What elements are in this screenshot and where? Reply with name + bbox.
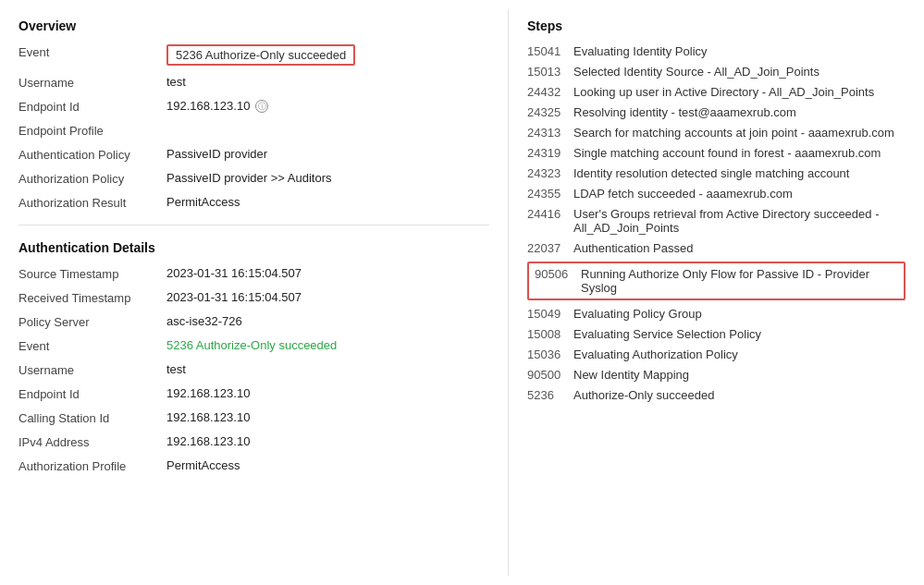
overview-title: Overview — [18, 18, 489, 33]
step-code: 24319 — [527, 146, 573, 160]
endpoint-id-text: 192.168.123.10 — [166, 99, 250, 113]
field-row-endpoint-id: Endpoint Id 192.168.123.10 ⓘ — [18, 99, 489, 114]
field-row-auth-policy: Authentication Policy PassiveID provider — [18, 147, 489, 162]
info-icon[interactable]: ⓘ — [255, 100, 268, 113]
step-desc: Running Authorize Only Flow for Passive … — [581, 267, 898, 295]
field-row-event2: Event 5236 Authorize-Only succeeded — [18, 338, 489, 353]
step-row: 24325Resolving identity - test@aaamexrub… — [527, 105, 906, 119]
step-row: 24355LDAP fetch succeeded - aaamexrub.co… — [527, 187, 906, 201]
step-row: 24432Looking up user in Active Directory… — [527, 85, 906, 99]
field-value-received-ts: 2023-01-31 16:15:04.507 — [166, 290, 489, 304]
field-row-username2: Username test — [18, 362, 489, 377]
step-row: 24313Search for matching accounts at joi… — [527, 126, 906, 140]
field-label-event: Event — [18, 44, 166, 59]
step-code: 15049 — [527, 307, 573, 321]
field-row-endpoint-id2: Endpoint Id 192.168.123.10 — [18, 386, 489, 401]
step-code: 15041 — [527, 44, 573, 58]
step-row: 15041Evaluating Identity Policy — [527, 44, 906, 58]
step-row: 24319Single matching account found in fo… — [527, 146, 906, 160]
field-row-policy-server: Policy Server asc-ise32-726 — [18, 314, 489, 329]
field-label-event2: Event — [18, 338, 166, 353]
field-row-authz-profile: Authorization Profile PermitAccess — [18, 458, 489, 473]
event-badge-green: 5236 Authorize-Only succeeded — [166, 338, 337, 352]
field-row-received-ts: Received Timestamp 2023-01-31 16:15:04.5… — [18, 290, 489, 305]
field-value-ipv4: 192.168.123.10 — [166, 434, 489, 448]
step-code: 24325 — [527, 105, 573, 119]
field-row-ipv4: IPv4 Address 192.168.123.10 — [18, 434, 489, 449]
step-code: 24323 — [527, 166, 573, 180]
step-code: 15008 — [527, 327, 573, 341]
step-code: 24432 — [527, 85, 573, 99]
field-label-received-ts: Received Timestamp — [18, 290, 166, 305]
step-row: 15036Evaluating Authorization Policy — [527, 347, 906, 361]
step-desc: Resolving identity - test@aaamexrub.com — [573, 105, 906, 119]
step-desc: Evaluating Identity Policy — [573, 44, 906, 58]
auth-details-title: Authentication Details — [18, 240, 489, 255]
field-label-ipv4: IPv4 Address — [18, 434, 166, 449]
steps-title: Steps — [527, 18, 906, 33]
field-value-username2: test — [166, 362, 489, 376]
step-row: 24323Identity resolution detected single… — [527, 166, 906, 180]
step-code: 24416 — [527, 207, 573, 221]
step-desc: LDAP fetch succeeded - aaamexrub.com — [573, 187, 906, 201]
field-value-event: 5236 Authorize-Only succeeded — [166, 44, 489, 66]
field-value-endpoint-id: 192.168.123.10 ⓘ — [166, 99, 489, 113]
step-row: 24416User's Groups retrieval from Active… — [527, 207, 906, 235]
field-label-policy-server: Policy Server — [18, 314, 166, 329]
field-label-authz-profile: Authorization Profile — [18, 458, 166, 473]
field-row-endpoint-profile: Endpoint Profile — [18, 123, 489, 138]
step-row: 22037Authentication Passed — [527, 241, 906, 255]
field-label-endpoint-id: Endpoint Id — [18, 99, 166, 114]
step-desc: New Identity Mapping — [573, 368, 906, 382]
step-row: 5236Authorize-Only succeeded — [527, 388, 906, 402]
field-label-source-ts: Source Timestamp — [18, 266, 166, 281]
step-row-highlight: 90506Running Authorize Only Flow for Pas… — [527, 262, 906, 300]
field-row-authz-result: Authorization Result PermitAccess — [18, 195, 489, 210]
field-value-calling-station: 192.168.123.10 — [166, 410, 489, 424]
step-desc: Evaluating Authorization Policy — [573, 347, 906, 361]
field-row-authz-policy: Authorization Policy PassiveID provider … — [18, 171, 489, 186]
field-label-username: Username — [18, 75, 166, 90]
field-value-authz-policy: PassiveID provider >> Auditors — [166, 171, 489, 185]
step-code: 15013 — [527, 65, 573, 79]
step-desc: Single matching account found in forest … — [573, 146, 906, 160]
field-value-username: test — [166, 75, 489, 89]
field-label-authz-policy: Authorization Policy — [18, 171, 166, 186]
field-label-calling-station: Calling Station Id — [18, 410, 166, 425]
step-row: 90500New Identity Mapping — [527, 368, 906, 382]
step-code: 90500 — [527, 368, 573, 382]
step-code: 24313 — [527, 126, 573, 140]
step-code: 5236 — [527, 388, 573, 402]
field-value-event2: 5236 Authorize-Only succeeded — [166, 338, 489, 352]
step-desc: Authorize-Only succeeded — [573, 388, 906, 402]
steps-list: 15041Evaluating Identity Policy15013Sele… — [527, 44, 906, 402]
field-label-auth-policy: Authentication Policy — [18, 147, 166, 162]
step-desc: Evaluating Service Selection Policy — [573, 327, 906, 341]
field-label-endpoint-id2: Endpoint Id — [18, 386, 166, 401]
event-badge: 5236 Authorize-Only succeeded — [166, 44, 355, 66]
step-code: 24355 — [527, 187, 573, 201]
field-value-auth-policy: PassiveID provider — [166, 147, 489, 161]
step-desc: Identity resolution detected single matc… — [573, 166, 906, 180]
step-row: 15008Evaluating Service Selection Policy — [527, 327, 906, 341]
field-value-endpoint-id2: 192.168.123.10 — [166, 386, 489, 400]
step-desc: User's Groups retrieval from Active Dire… — [573, 207, 906, 235]
step-row: 15013Selected Identity Source - All_AD_J… — [527, 65, 906, 79]
field-label-username2: Username — [18, 362, 166, 377]
step-code: 22037 — [527, 241, 573, 255]
step-desc: Search for matching accounts at join poi… — [573, 126, 906, 140]
step-code: 15036 — [527, 347, 573, 361]
left-panel: Overview Event 5236 Authorize-Only succe… — [0, 9, 509, 576]
step-row: 15049Evaluating Policy Group — [527, 307, 906, 321]
field-row-source-ts: Source Timestamp 2023-01-31 16:15:04.507 — [18, 266, 489, 281]
field-row-calling-station: Calling Station Id 192.168.123.10 — [18, 410, 489, 425]
step-desc: Evaluating Policy Group — [573, 307, 906, 321]
step-desc: Selected Identity Source - All_AD_Join_P… — [573, 65, 906, 79]
field-label-authz-result: Authorization Result — [18, 195, 166, 210]
step-desc: Looking up user in Active Directory - Al… — [573, 85, 906, 99]
field-value-policy-server: asc-ise32-726 — [166, 314, 489, 328]
field-value-source-ts: 2023-01-31 16:15:04.507 — [166, 266, 489, 280]
step-code: 90506 — [535, 267, 581, 281]
field-value-authz-result: PermitAccess — [166, 195, 489, 209]
field-row-username: Username test — [18, 75, 489, 90]
